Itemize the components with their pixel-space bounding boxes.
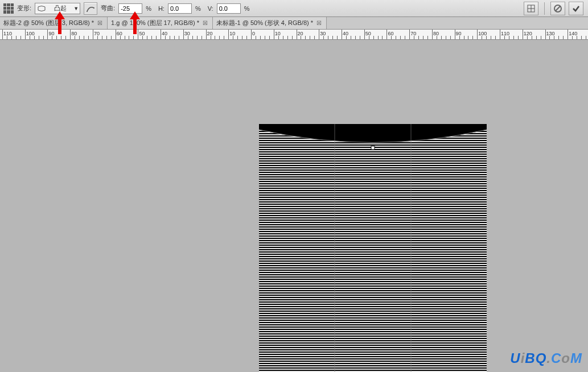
horizontal-ruler[interactable]: 1101009080706050403020100102030405060708… [0,30,588,40]
warp-label: 变形: [17,4,31,13]
watermark: UiBQ.CoM [510,350,582,366]
document-tabs: 标题-2 @ 50% (图层 3, RGB/8) * ☒ 1.g @ 100% … [0,17,588,30]
ruler-label: 100 [478,31,487,36]
document-tab[interactable]: 标题-2 @ 50% (图层 3, RGB/8) * ☒ [0,17,108,29]
warp-preview[interactable] [259,124,487,372]
commit-button[interactable] [569,2,583,15]
grid-view-icon[interactable] [3,3,14,14]
svg-point-1 [93,7,94,9]
divider [544,2,545,15]
orientation-icon [86,5,95,13]
ruler-label: 0 [252,31,255,36]
close-icon[interactable]: ☒ [315,20,323,26]
close-icon[interactable]: ☒ [96,20,104,26]
options-actions [524,2,583,15]
h-label: H: [158,5,165,12]
bend-percent: % [146,5,151,12]
toggle-mesh-button[interactable] [524,2,538,15]
bulge-icon [38,6,46,11]
tab-title: 未标题-1 @ 50% (形状 4, RGB/8) * [216,19,313,27]
v-percent: % [244,5,250,12]
tab-title: 标题-2 @ 50% (图层 3, RGB/8) * [3,19,94,27]
tab-title: 1.g @ 100% (图层 17, RGB/8) * [111,19,199,27]
h-input[interactable] [168,3,192,14]
ruler-label: 100 [26,31,35,36]
ruler-label: 110 [3,31,12,36]
ruler-label: 110 [501,31,509,36]
orientation-button[interactable] [84,2,97,15]
options-bar: 变形: 凸起 ▼ 弯曲: % H: % V: % [0,0,588,17]
mesh-icon [527,4,536,13]
annotation-arrow [130,11,140,34]
chevron-down-icon: ▼ [73,6,79,11]
canvas-area[interactable]: UiBQ.CoM [0,40,588,372]
ruler-label: 120 [524,31,532,36]
h-percent: % [195,5,201,12]
bend-label: 弯曲: [101,4,115,13]
svg-point-0 [87,11,88,12]
v-input[interactable] [217,3,241,14]
checkmark-icon [571,4,581,13]
document-tab[interactable]: 1.g @ 100% (图层 17, RGB/8) * ☒ [108,17,213,29]
cancel-icon [553,4,562,13]
close-icon[interactable]: ☒ [202,20,209,26]
ruler-label: 130 [546,31,555,36]
v-label: V: [208,5,213,12]
ruler-label: 140 [569,31,577,36]
document-tab[interactable]: 未标题-1 @ 50% (形状 4, RGB/8) * ☒ [213,17,327,29]
cancel-button[interactable] [550,2,565,15]
control-handle [371,146,375,150]
annotation-arrow [55,11,65,34]
svg-line-6 [556,6,560,11]
